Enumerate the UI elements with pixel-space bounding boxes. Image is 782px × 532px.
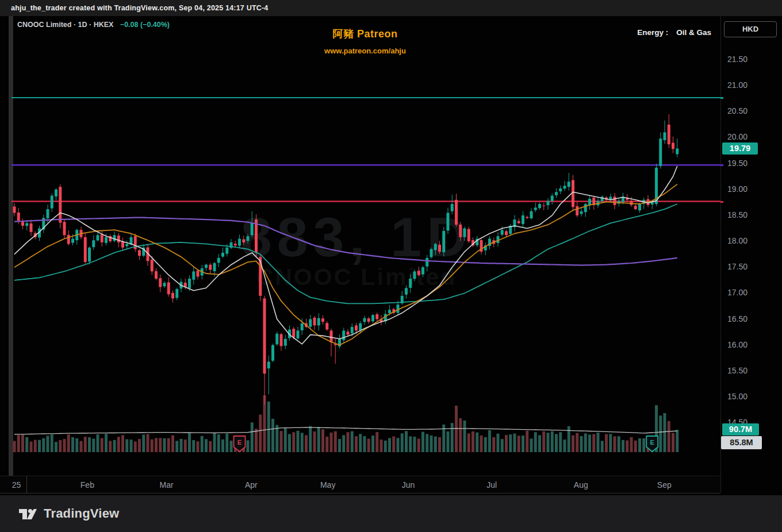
volume-bar xyxy=(347,432,350,452)
volume-bar xyxy=(55,442,57,452)
volume-bar xyxy=(63,439,66,452)
volume-bar xyxy=(488,430,491,452)
candle-body xyxy=(263,298,266,373)
svg-text:E: E xyxy=(650,439,654,446)
volume-bar xyxy=(438,437,441,452)
volume-bar xyxy=(384,441,387,452)
volume-bar xyxy=(564,440,566,452)
volume-bar xyxy=(513,434,516,452)
channel-title: 阿豬 Patreon xyxy=(324,27,406,41)
volume-bar xyxy=(297,431,300,452)
volume-bar xyxy=(501,439,504,452)
volume-bar xyxy=(305,435,308,452)
candle-body xyxy=(609,196,612,199)
candle-body xyxy=(442,231,445,252)
price-tick-label: 20.00 xyxy=(727,132,747,141)
volume-bar xyxy=(518,435,520,452)
tradingview-brand[interactable]: TradingView xyxy=(17,503,119,524)
volume-bar xyxy=(275,425,278,452)
volume-bar xyxy=(668,421,670,452)
volume-bar xyxy=(192,440,195,452)
price-tick-label: 16.00 xyxy=(727,340,747,349)
last-price-badge: 19.79 xyxy=(722,142,758,155)
currency-button[interactable]: HKD xyxy=(724,21,777,37)
volume-bar xyxy=(34,440,37,452)
volume-bar xyxy=(417,438,420,452)
time-scale[interactable]: 25FebMarAprMayJunJulAugSep xyxy=(0,476,720,494)
volume-bar xyxy=(184,440,187,452)
volume-bar xyxy=(251,422,254,452)
volume-bar xyxy=(409,436,412,452)
volume-bar xyxy=(430,435,433,452)
candle-body xyxy=(92,240,95,247)
volume-bar xyxy=(288,434,291,452)
volume-bar xyxy=(271,419,274,452)
watermark-company: CNOOC Limited xyxy=(256,264,457,290)
volume-bar xyxy=(334,431,337,452)
symbol-legend[interactable]: CNOOC Limited · 1D · HKEX −0.08 (−0.40%) xyxy=(17,21,170,29)
candle-body xyxy=(501,230,504,234)
volume-bar xyxy=(209,441,212,452)
volume-bar xyxy=(363,436,366,452)
volume-bar xyxy=(138,439,141,452)
level-axis-tick xyxy=(720,97,723,99)
volume-bar xyxy=(284,427,287,452)
candle-body xyxy=(413,271,416,279)
volume-bar xyxy=(388,438,391,452)
time-tick-label: Feb xyxy=(75,480,100,489)
time-tick-label: Jul xyxy=(479,480,504,489)
price-tick-label: 15.50 xyxy=(727,366,747,375)
watermark-symbol: 883, 1D xyxy=(241,206,473,268)
volume-bar xyxy=(247,440,250,452)
candle-body xyxy=(30,223,33,232)
volume-bar xyxy=(551,431,554,452)
volume-bar xyxy=(325,437,328,452)
candle-body xyxy=(430,249,433,257)
candle-body xyxy=(347,331,350,334)
candle-body xyxy=(192,271,195,279)
volume-bar xyxy=(321,429,324,452)
price-tick-label: 17.50 xyxy=(727,262,747,271)
volume-bar xyxy=(351,431,354,452)
candle-body xyxy=(197,271,200,276)
candle-body xyxy=(555,192,558,195)
candle-body xyxy=(188,279,191,288)
volume-bar xyxy=(71,437,74,452)
time-tick-label: May xyxy=(315,480,340,489)
candle-body xyxy=(388,310,391,313)
volume-bar xyxy=(614,436,616,452)
volume-bar xyxy=(147,434,150,452)
candle-body xyxy=(459,225,462,237)
candle-body xyxy=(101,234,103,242)
volume-bar xyxy=(301,433,304,452)
volume-bar xyxy=(425,434,428,452)
price-tick-label: 16.50 xyxy=(727,314,747,323)
candle-body xyxy=(580,211,583,214)
volume-bar xyxy=(597,433,600,452)
volume-bar xyxy=(522,435,524,452)
candle-body xyxy=(151,260,154,272)
candle-body xyxy=(672,142,674,149)
volume-bar xyxy=(101,438,103,452)
candle-body xyxy=(447,213,450,230)
volume-bar xyxy=(130,440,133,452)
candle-body xyxy=(584,204,587,212)
price-chart-canvas[interactable]: 883, 1DCNOOC LimitedEE xyxy=(0,16,720,476)
volume-bar xyxy=(413,437,416,452)
candle-body xyxy=(155,271,158,279)
candle-body xyxy=(167,282,170,294)
candle-body xyxy=(209,265,212,270)
candle-body xyxy=(351,327,354,333)
volume-bar xyxy=(576,433,578,452)
volume-bar xyxy=(605,434,608,452)
candle-body xyxy=(313,318,316,325)
volume-bar xyxy=(559,432,562,452)
volume-bar xyxy=(59,440,62,452)
candle-body xyxy=(321,318,324,322)
candle-body xyxy=(526,217,528,218)
candle-body xyxy=(309,319,312,327)
candle-body xyxy=(105,237,108,243)
volume-bar xyxy=(125,439,128,452)
candle-body xyxy=(325,323,328,329)
candle-body xyxy=(534,207,537,210)
